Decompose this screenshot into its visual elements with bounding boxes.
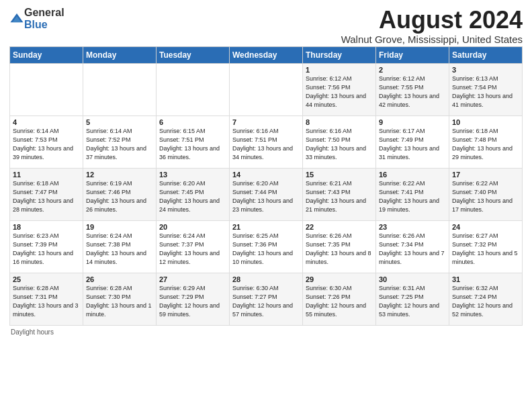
logo-general: General — [24, 7, 64, 18]
calendar-week-5: 25Sunrise: 6:28 AMSunset: 7:31 PMDayligh… — [10, 273, 523, 325]
calendar-cell: 2Sunrise: 6:12 AMSunset: 7:55 PMDaylight… — [376, 63, 449, 116]
calendar-cell — [83, 63, 157, 116]
day-info: Sunrise: 6:24 AMSunset: 7:38 PMDaylight:… — [86, 232, 146, 265]
day-number: 21 — [232, 223, 300, 231]
day-info: Sunrise: 6:12 AMSunset: 7:55 PMDaylight:… — [379, 75, 439, 108]
day-number: 3 — [452, 66, 519, 74]
calendar-week-2: 4Sunrise: 6:14 AMSunset: 7:53 PMDaylight… — [10, 116, 523, 168]
day-info: Sunrise: 6:26 AMSunset: 7:35 PMDaylight:… — [306, 232, 371, 265]
calendar-cell: 18Sunrise: 6:23 AMSunset: 7:39 PMDayligh… — [10, 220, 83, 273]
day-number: 20 — [159, 223, 226, 231]
logo: General Blue — [9, 7, 64, 31]
day-number: 25 — [13, 275, 80, 283]
day-info: Sunrise: 6:22 AMSunset: 7:40 PMDaylight:… — [452, 180, 513, 213]
calendar-cell: 30Sunrise: 6:31 AMSunset: 7:25 PMDayligh… — [376, 273, 449, 325]
calendar-body: 1Sunrise: 6:12 AMSunset: 7:56 PMDaylight… — [10, 63, 523, 325]
calendar-cell: 11Sunrise: 6:18 AMSunset: 7:47 PMDayligh… — [10, 168, 83, 220]
day-info: Sunrise: 6:28 AMSunset: 7:31 PMDaylight:… — [13, 285, 79, 318]
day-info: Sunrise: 6:27 AMSunset: 7:32 PMDaylight:… — [452, 232, 518, 265]
day-number: 13 — [159, 171, 226, 179]
calendar-cell: 8Sunrise: 6:16 AMSunset: 7:50 PMDaylight… — [303, 116, 376, 168]
day-number: 24 — [452, 223, 519, 231]
day-info: Sunrise: 6:14 AMSunset: 7:52 PMDaylight:… — [86, 128, 146, 161]
day-info: Sunrise: 6:30 AMSunset: 7:27 PMDaylight:… — [232, 285, 293, 318]
day-number: 30 — [379, 275, 446, 283]
day-number: 17 — [452, 171, 519, 179]
day-number: 16 — [379, 171, 446, 179]
day-number: 6 — [159, 118, 226, 126]
calendar-cell: 31Sunrise: 6:32 AMSunset: 7:24 PMDayligh… — [449, 273, 523, 325]
header-row: SundayMondayTuesdayWednesdayThursdayFrid… — [10, 46, 523, 63]
day-number: 15 — [306, 171, 373, 179]
day-number: 22 — [306, 223, 373, 231]
calendar-cell: 5Sunrise: 6:14 AMSunset: 7:52 PMDaylight… — [83, 116, 157, 168]
calendar-cell: 20Sunrise: 6:24 AMSunset: 7:37 PMDayligh… — [157, 220, 230, 273]
day-info: Sunrise: 6:17 AMSunset: 7:49 PMDaylight:… — [379, 128, 439, 161]
day-info: Sunrise: 6:15 AMSunset: 7:51 PMDaylight:… — [159, 128, 220, 161]
day-info: Sunrise: 6:32 AMSunset: 7:24 PMDaylight:… — [452, 285, 513, 318]
calendar-cell: 28Sunrise: 6:30 AMSunset: 7:27 PMDayligh… — [230, 273, 303, 325]
title-area: August 2024 Walnut Grove, Mississippi, U… — [341, 7, 523, 45]
day-number: 5 — [86, 118, 153, 126]
day-number: 9 — [379, 118, 446, 126]
location-title: Walnut Grove, Mississippi, United States — [341, 34, 523, 45]
calendar-cell: 10Sunrise: 6:18 AMSunset: 7:48 PMDayligh… — [449, 116, 523, 168]
day-header-saturday: Saturday — [449, 46, 523, 63]
day-info: Sunrise: 6:12 AMSunset: 7:56 PMDaylight:… — [306, 75, 366, 108]
day-number: 11 — [13, 171, 80, 179]
day-info: Sunrise: 6:28 AMSunset: 7:30 PMDaylight:… — [86, 285, 152, 318]
day-number: 29 — [306, 275, 373, 283]
day-info: Sunrise: 6:25 AMSunset: 7:36 PMDaylight:… — [232, 232, 293, 265]
calendar-cell — [157, 63, 230, 116]
daylight-label: Daylight hours — [11, 328, 54, 336]
day-info: Sunrise: 6:18 AMSunset: 7:47 PMDaylight:… — [13, 180, 73, 213]
calendar-table: SundayMondayTuesdayWednesdayThursdayFrid… — [9, 46, 523, 326]
day-info: Sunrise: 6:13 AMSunset: 7:54 PMDaylight:… — [452, 75, 513, 108]
day-number: 1 — [306, 66, 373, 74]
calendar-cell: 29Sunrise: 6:30 AMSunset: 7:26 PMDayligh… — [303, 273, 376, 325]
day-number: 7 — [232, 118, 300, 126]
calendar-cell: 4Sunrise: 6:14 AMSunset: 7:53 PMDaylight… — [10, 116, 83, 168]
day-info: Sunrise: 6:29 AMSunset: 7:29 PMDaylight:… — [159, 285, 220, 318]
calendar-cell — [230, 63, 303, 116]
day-header-thursday: Thursday — [303, 46, 376, 63]
day-info: Sunrise: 6:18 AMSunset: 7:48 PMDaylight:… — [452, 128, 513, 161]
logo-icon — [9, 11, 24, 26]
calendar-cell: 17Sunrise: 6:22 AMSunset: 7:40 PMDayligh… — [449, 168, 523, 220]
calendar-cell: 7Sunrise: 6:16 AMSunset: 7:51 PMDaylight… — [230, 116, 303, 168]
calendar-week-4: 18Sunrise: 6:23 AMSunset: 7:39 PMDayligh… — [10, 220, 523, 273]
day-info: Sunrise: 6:16 AMSunset: 7:51 PMDaylight:… — [232, 128, 293, 161]
calendar-cell: 9Sunrise: 6:17 AMSunset: 7:49 PMDaylight… — [376, 116, 449, 168]
day-info: Sunrise: 6:23 AMSunset: 7:39 PMDaylight:… — [13, 232, 73, 265]
day-number: 31 — [452, 275, 519, 283]
calendar-header: SundayMondayTuesdayWednesdayThursdayFrid… — [10, 46, 523, 63]
day-info: Sunrise: 6:21 AMSunset: 7:43 PMDaylight:… — [306, 180, 366, 213]
calendar-cell: 26Sunrise: 6:28 AMSunset: 7:30 PMDayligh… — [83, 273, 157, 325]
day-number: 27 — [159, 275, 226, 283]
day-number: 19 — [86, 223, 153, 231]
day-number: 12 — [86, 171, 153, 179]
calendar-cell: 23Sunrise: 6:26 AMSunset: 7:34 PMDayligh… — [376, 220, 449, 273]
calendar-cell: 3Sunrise: 6:13 AMSunset: 7:54 PMDaylight… — [449, 63, 523, 116]
calendar-cell: 27Sunrise: 6:29 AMSunset: 7:29 PMDayligh… — [157, 273, 230, 325]
day-header-sunday: Sunday — [10, 46, 83, 63]
page-container: General Blue August 2024 Walnut Grove, M… — [0, 0, 532, 340]
calendar-cell: 1Sunrise: 6:12 AMSunset: 7:56 PMDaylight… — [303, 63, 376, 116]
day-number: 26 — [86, 275, 153, 283]
day-header-tuesday: Tuesday — [157, 46, 230, 63]
day-info: Sunrise: 6:30 AMSunset: 7:26 PMDaylight:… — [306, 285, 366, 318]
calendar-cell: 21Sunrise: 6:25 AMSunset: 7:36 PMDayligh… — [230, 220, 303, 273]
day-info: Sunrise: 6:20 AMSunset: 7:44 PMDaylight:… — [232, 180, 293, 213]
day-info: Sunrise: 6:24 AMSunset: 7:37 PMDaylight:… — [159, 232, 220, 265]
day-info: Sunrise: 6:20 AMSunset: 7:45 PMDaylight:… — [159, 180, 220, 213]
day-number: 23 — [379, 223, 446, 231]
calendar-week-3: 11Sunrise: 6:18 AMSunset: 7:47 PMDayligh… — [10, 168, 523, 220]
day-info: Sunrise: 6:19 AMSunset: 7:46 PMDaylight:… — [86, 180, 146, 213]
day-info: Sunrise: 6:22 AMSunset: 7:41 PMDaylight:… — [379, 180, 439, 213]
calendar-cell: 16Sunrise: 6:22 AMSunset: 7:41 PMDayligh… — [376, 168, 449, 220]
day-info: Sunrise: 6:14 AMSunset: 7:53 PMDaylight:… — [13, 128, 73, 161]
day-number: 28 — [232, 275, 300, 283]
calendar-cell: 12Sunrise: 6:19 AMSunset: 7:46 PMDayligh… — [83, 168, 157, 220]
header: General Blue August 2024 Walnut Grove, M… — [9, 7, 523, 45]
calendar-cell: 6Sunrise: 6:15 AMSunset: 7:51 PMDaylight… — [157, 116, 230, 168]
